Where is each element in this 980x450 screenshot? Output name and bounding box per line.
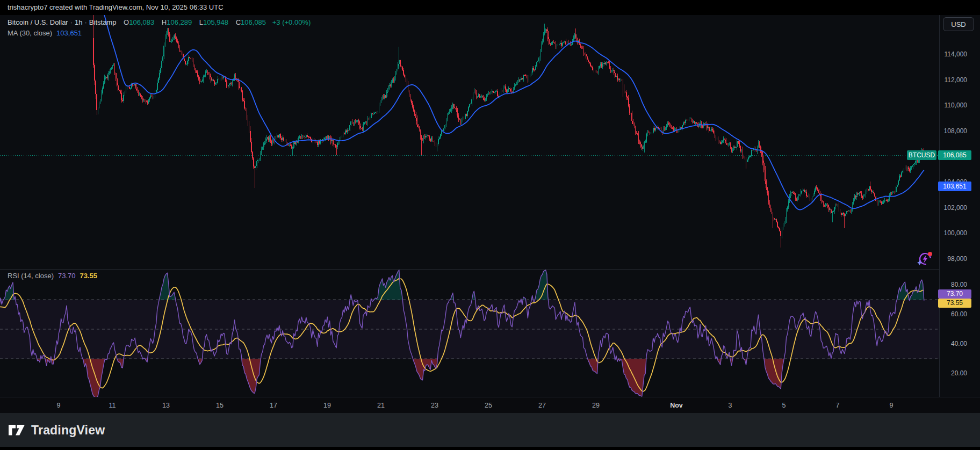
time-axis-label: 15 [216, 402, 224, 409]
rsi-legend: RSI (14, close)73.7073.55 [8, 272, 97, 280]
tradingview-brand-text: TradingView [31, 423, 105, 438]
last-price-badge: 106,085 [938, 150, 971, 160]
time-axis-label: 21 [377, 402, 385, 409]
price-axis-label: 102,000 [944, 204, 967, 212]
price-axis-label: 108,000 [944, 127, 967, 135]
change-value: +3 (+0.00%) [272, 18, 311, 26]
symbol-price-label-badge: BTCUSD [907, 150, 936, 160]
attribution-text: trishacrypto7 created with TradingView.c… [8, 0, 224, 15]
time-axis-label: 13 [162, 402, 170, 409]
time-axis-label: 9 [57, 402, 61, 409]
time-axis-label: 29 [592, 402, 600, 409]
price-scale[interactable]: 114,000112,000110,000108,000104,000102,0… [939, 15, 980, 413]
rsi-axis-label: 60.00 [951, 310, 967, 318]
price-axis-label: 114,000 [945, 50, 968, 58]
time-axis-label: 5 [782, 402, 786, 409]
rsi-ma-value: 73.55 [80, 272, 98, 280]
rsi-label: RSI (14, close) [8, 272, 54, 280]
rsi-ma-value-badge: 73.55 [938, 299, 971, 308]
time-axis-label: 9 [890, 402, 893, 409]
ma-price-badge: 103,651 [938, 182, 971, 191]
symbol-title: Bitcoin / U.S. Dollar [8, 18, 68, 26]
price-axis-label: 100,000 [944, 229, 967, 237]
tradingview-snapshot: trishacrypto7 created with TradingView.c… [0, 0, 980, 450]
time-axis-label: 27 [538, 402, 546, 409]
price-pane[interactable] [0, 15, 939, 269]
time-axis-month-label: Nov [670, 402, 683, 409]
price-axis-label: 112,000 [945, 76, 968, 84]
footer-bar: TradingView [0, 413, 980, 447]
close-value: 106,085 [241, 18, 266, 26]
currency-toggle-button[interactable]: USD [943, 17, 974, 31]
time-axis-label: 3 [729, 402, 732, 409]
price-axis-label: 110,000 [945, 101, 968, 109]
price-axis-label: 98,000 [947, 255, 967, 263]
rsi-axis-label: 20.00 [951, 369, 967, 377]
rsi-axis-label: 40.00 [951, 340, 967, 347]
candlestick-chart[interactable] [0, 15, 939, 269]
rsi-chart[interactable] [0, 270, 939, 397]
rsi-value-badge: 73.70 [938, 289, 971, 299]
open-value: 106,083 [129, 18, 154, 26]
symbol-legend: Bitcoin / U.S. Dollar·1h·Bitstamp O106,0… [8, 18, 311, 26]
time-axis-label: 11 [109, 402, 116, 409]
time-axis[interactable]: 911131517192123252729Nov3579 [0, 397, 980, 413]
rsi-axis-label: 80.00 [951, 281, 967, 288]
attribution-bar: trishacrypto7 created with TradingView.c… [0, 0, 980, 15]
high-value: 106,289 [167, 18, 192, 26]
low-value: 105,948 [203, 18, 228, 26]
time-axis-label: 23 [431, 402, 438, 409]
spark-bolt-icon[interactable] [917, 250, 934, 267]
tradingview-logo-mark [8, 421, 26, 439]
ma-value: 103,651 [56, 29, 82, 37]
ma-label: MA (30, close) [8, 29, 52, 37]
interval-label: 1h [75, 18, 82, 26]
time-axis-label: 7 [836, 402, 840, 409]
exchange-label: Bitstamp [89, 18, 117, 26]
notification-dot [928, 252, 932, 256]
tradingview-logo[interactable]: TradingView [8, 421, 105, 439]
rsi-value: 73.70 [58, 272, 76, 280]
sparkle-icon [917, 260, 922, 265]
ma-legend: MA (30, close)103,651 [8, 29, 82, 37]
time-axis-label: 25 [485, 402, 492, 409]
time-axis-label: 19 [323, 402, 331, 409]
rsi-pane[interactable] [0, 269, 939, 397]
time-axis-label: 17 [270, 402, 277, 409]
